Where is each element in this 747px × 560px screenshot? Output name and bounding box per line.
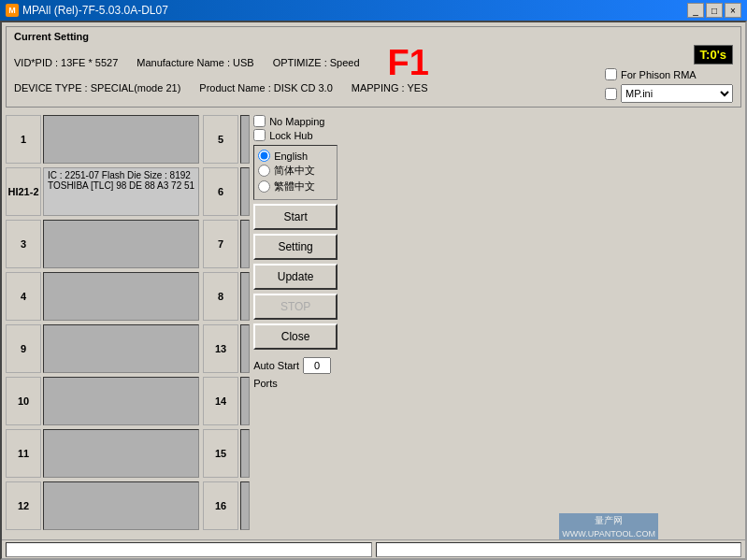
- current-setting-panel: Current Setting VID*PID : 13FE * 5527 Ma…: [6, 26, 741, 108]
- maximize-button[interactable]: □: [706, 3, 723, 18]
- port-display-11: [43, 429, 199, 478]
- checkbox-group: No Mapping Lock Hub: [253, 115, 338, 141]
- port-display-5: [240, 115, 250, 164]
- port-display-15: [240, 429, 250, 478]
- setting-button[interactable]: Setting: [253, 234, 338, 260]
- lock-hub-label: Lock Hub: [269, 130, 312, 141]
- port-row-3: 3: [6, 220, 199, 268]
- port-label-16[interactable]: 16: [203, 481, 238, 530]
- port-label-11[interactable]: 11: [6, 429, 41, 478]
- device-type: DEVICE TYPE : SPECIAL(mode 21): [14, 82, 180, 93]
- port-label-10[interactable]: 10: [6, 377, 41, 425]
- for-phison-rma-label: For Phison RMA: [621, 69, 697, 80]
- port-row-16: 16: [203, 481, 250, 530]
- label-english: English: [274, 151, 308, 162]
- port-display-4: [43, 272, 199, 321]
- port-label-7[interactable]: 7: [203, 220, 238, 268]
- port-display-6: [240, 167, 250, 216]
- port-label-4[interactable]: 4: [6, 272, 41, 321]
- main-window: Current Setting VID*PID : 13FE * 5527 Ma…: [0, 21, 747, 560]
- title-text: MPAll (Rel)-7F-5.03.0A-DL07: [22, 4, 168, 17]
- auto-start-group: Auto Start Ports: [253, 357, 338, 389]
- port-row-9: 9: [6, 324, 199, 373]
- port-row-10: 10: [6, 377, 199, 425]
- right-port-column: 5 6 7 8 13 14: [203, 115, 250, 536]
- radio-traditional[interactable]: [258, 180, 270, 193]
- lock-hub-checkbox[interactable]: [253, 129, 266, 141]
- ports-value-input[interactable]: [303, 357, 331, 374]
- mp-ini-checkbox[interactable]: [605, 88, 617, 100]
- port-display-9: [43, 324, 199, 373]
- port-display-hi21-2: IC : 2251-07 Flash Die Size : 8192TOSHIB…: [43, 167, 199, 216]
- f1-label: F1: [388, 45, 429, 80]
- port-label-15[interactable]: 15: [203, 429, 238, 478]
- app-icon: M: [6, 4, 19, 17]
- port-row-4: 4: [6, 272, 199, 321]
- label-traditional: 繁體中文: [274, 179, 315, 194]
- port-row-11: 11: [6, 429, 199, 478]
- port-display-12: [43, 481, 199, 530]
- port-display-10: [43, 377, 199, 425]
- stop-button[interactable]: STOP: [253, 294, 338, 320]
- status-bar: [2, 539, 745, 558]
- no-mapping-label: No Mapping: [269, 116, 324, 127]
- radio-simplified[interactable]: [258, 165, 270, 177]
- port-row-1: 1: [6, 115, 199, 164]
- port-display-3: [43, 220, 199, 268]
- start-button[interactable]: Start: [253, 204, 338, 230]
- port-display-8: [240, 272, 250, 321]
- manufacture-name: Manufacture Name : USB: [136, 57, 253, 68]
- port-label-12[interactable]: 12: [6, 481, 41, 530]
- language-radio-group: English 简体中文 繁體中文: [253, 145, 338, 200]
- port-label-13[interactable]: 13: [203, 324, 238, 373]
- port-display-16: [240, 481, 250, 530]
- port-row-5: 5: [203, 115, 250, 164]
- port-display-7: [240, 220, 250, 268]
- left-port-column: 1 HI21-2 IC : 2251-07 Flash Die Size : 8…: [6, 115, 199, 536]
- current-setting-title: Current Setting: [14, 31, 733, 42]
- title-bar: M MPAll (Rel)-7F-5.03.0A-DL07 _ □ ×: [0, 0, 747, 21]
- port-row-13: 13: [203, 324, 250, 373]
- minimize-button[interactable]: _: [687, 3, 704, 18]
- port-label-8[interactable]: 8: [203, 272, 238, 321]
- port-label-1[interactable]: 1: [6, 115, 41, 164]
- content-area: 1 HI21-2 IC : 2251-07 Flash Die Size : 8…: [2, 111, 745, 539]
- radio-english[interactable]: [258, 150, 270, 162]
- port-display-14: [240, 377, 250, 425]
- port-label-6[interactable]: 6: [203, 167, 238, 216]
- port-label-3[interactable]: 3: [6, 220, 41, 268]
- t0s-badge: T:0's: [694, 45, 733, 65]
- port-row-12: 12: [6, 481, 199, 530]
- close-button[interactable]: Close: [253, 323, 338, 350]
- label-simplified: 简体中文: [274, 164, 315, 178]
- update-button[interactable]: Update: [253, 264, 338, 290]
- port-row-14: 14: [203, 377, 250, 425]
- vid-pid: VID*PID : 13FE * 5527: [14, 57, 118, 68]
- port-label-9[interactable]: 9: [6, 324, 41, 373]
- port-label-hi21-2[interactable]: HI21-2: [6, 167, 41, 216]
- port-row-8: 8: [203, 272, 250, 321]
- mapping: MAPPING : YES: [352, 82, 428, 93]
- close-window-button[interactable]: ×: [725, 3, 741, 18]
- status-left: [6, 542, 372, 557]
- window-controls: _ □ ×: [687, 3, 741, 18]
- port-label-14[interactable]: 14: [203, 377, 238, 425]
- mp-ini-select[interactable]: MP.ini: [621, 84, 733, 103]
- port-row-hi21-2: HI21-2 IC : 2251-07 Flash Die Size : 819…: [6, 167, 199, 216]
- product-name: Product Name : DISK CD 3.0: [199, 82, 332, 93]
- status-right: [376, 542, 742, 557]
- port-display-1: [43, 115, 199, 164]
- ports-label: Ports: [253, 378, 278, 389]
- no-mapping-checkbox[interactable]: [253, 115, 266, 127]
- for-phison-rma-checkbox[interactable]: [605, 68, 617, 80]
- optimize: OPTIMIZE : Speed: [273, 57, 360, 68]
- port-label-5[interactable]: 5: [203, 115, 238, 164]
- port-row-15: 15: [203, 429, 250, 478]
- port-row-6: 6: [203, 167, 250, 216]
- port-display-13: [240, 324, 250, 373]
- auto-start-label: Auto Start: [253, 360, 299, 371]
- port-row-7: 7: [203, 220, 250, 268]
- right-panel: No Mapping Lock Hub English 简体中文: [253, 115, 338, 536]
